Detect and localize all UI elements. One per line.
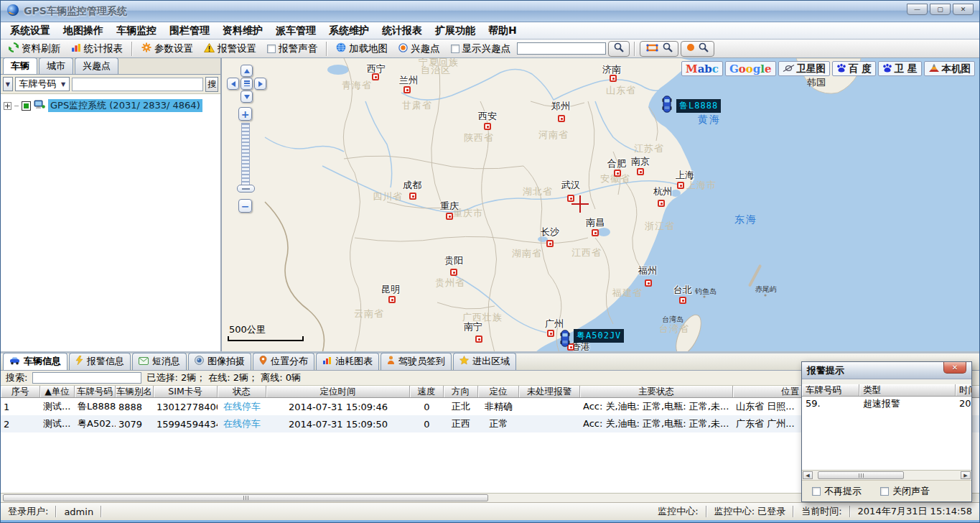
- bottom-tab-短消息[interactable]: 短消息: [132, 353, 187, 370]
- provider-baidu-button[interactable]: 百 度: [832, 61, 876, 76]
- search-button[interactable]: [608, 41, 630, 57]
- pan-center-button[interactable]: [241, 78, 253, 90]
- column-header-▲单位[interactable]: ▲单位: [40, 386, 75, 397]
- column-header-主要状态[interactable]: 主要状态: [580, 386, 733, 397]
- hscrollbar-thumb[interactable]: [3, 494, 488, 501]
- menu-item-3[interactable]: 围栏管理: [163, 23, 216, 39]
- tree-root-checkbox[interactable]: [22, 101, 31, 111]
- alarm-hscrollbar-thumb[interactable]: [818, 471, 904, 479]
- mute-toggle[interactable]: 关闭声音: [880, 485, 930, 498]
- minimize-button[interactable]: —: [907, 4, 928, 15]
- scroll-right-arrow[interactable]: ▶: [961, 471, 971, 479]
- bottom-tab-油耗图表[interactable]: 油耗图表: [316, 353, 379, 370]
- menu-item-4[interactable]: 资料维护: [216, 23, 269, 39]
- column-header-速度[interactable]: 速度: [410, 386, 444, 397]
- expand-icon[interactable]: [4, 102, 11, 110]
- left-tab-兴趣点[interactable]: 兴趣点: [75, 57, 118, 74]
- status-divider: [706, 506, 707, 517]
- no-prompt-checkbox[interactable]: [812, 487, 821, 496]
- tree-search-button[interactable]: 搜: [205, 77, 218, 92]
- left-tab-车辆[interactable]: 车辆: [3, 57, 37, 74]
- report-label: 统计报表: [84, 42, 123, 55]
- bottom-tab-图像拍摄[interactable]: 图像拍摄: [188, 353, 251, 370]
- rect-search-button[interactable]: [640, 41, 678, 57]
- pan-right-button[interactable]: [254, 78, 266, 90]
- bottom-tab-车辆信息[interactable]: 车辆信息: [3, 353, 67, 370]
- vehicle-marker-粤A502JV[interactable]: [560, 330, 570, 349]
- bottom-tab-报警信息[interactable]: 报警信息: [69, 353, 131, 370]
- map-city-marker: [679, 297, 686, 304]
- provider-satellite-map-button[interactable]: 卫星图: [778, 61, 831, 76]
- menu-item-5[interactable]: 派车管理: [269, 23, 322, 39]
- poi-button[interactable]: 兴趣点: [394, 42, 444, 56]
- column-header-方向[interactable]: 方向: [444, 386, 478, 397]
- menu-item-2[interactable]: 车辆监控: [110, 23, 163, 39]
- bottom-tab-驾驶员签到[interactable]: 驾驶员签到: [381, 353, 452, 370]
- alarm-sound-checkbox[interactable]: [267, 45, 276, 53]
- pan-left-button[interactable]: [227, 78, 239, 90]
- filter-mini-dropdown[interactable]: ▼: [3, 77, 13, 91]
- maximize-button[interactable]: ▢: [930, 4, 951, 15]
- filter-field-dropdown[interactable]: 车牌号码 ▼: [15, 77, 70, 91]
- column-header-未处理报警[interactable]: 未处理报警: [519, 386, 580, 397]
- column-header-状态[interactable]: 状态: [218, 386, 266, 397]
- bottom-tab-进出区域[interactable]: 进出区域: [453, 353, 516, 370]
- column-header-SIM卡号[interactable]: SIM卡号: [154, 386, 218, 397]
- menu-item-7[interactable]: 统计报表: [375, 23, 429, 39]
- show-poi-checkbox[interactable]: [451, 45, 459, 53]
- map-panel[interactable]: 青海省甘肃省宁夏回族自治区山东省陕西省河南省江苏省安徽省湖北省四川省重庆市上海市…: [222, 58, 979, 351]
- cell: 2: [1, 419, 40, 430]
- close-button[interactable]: ✕: [953, 4, 974, 15]
- bottom-tab-label: 油耗图表: [335, 355, 373, 368]
- bottom-tab-位置分布[interactable]: 位置分布: [253, 353, 314, 370]
- map-scale-bar: [228, 336, 304, 341]
- provider-baidu-satellite-button[interactable]: 卫 星: [878, 61, 922, 76]
- show-poi-toggle[interactable]: 显示兴趣点: [447, 42, 515, 56]
- alarm-hscrollbar[interactable]: ◀ ▶: [802, 470, 971, 480]
- menu-item-0[interactable]: 系统设置: [4, 23, 57, 39]
- tree-root-node[interactable]: GPS监控系统 (2031/ 2833/ 4864): [4, 99, 218, 112]
- alarm-sound-toggle[interactable]: 报警声音: [263, 42, 322, 56]
- menu-item-8[interactable]: 扩展功能: [429, 23, 482, 39]
- pan-down-button[interactable]: [241, 91, 253, 103]
- vehicle-label-粤A502JV[interactable]: 粤A502JV: [574, 329, 624, 343]
- menu-item-6[interactable]: 系统维护: [322, 23, 375, 39]
- vehicle-label-鲁L8888[interactable]: 鲁L8888: [676, 99, 721, 113]
- column-header-车辆别名[interactable]: 车辆别名: [116, 386, 154, 397]
- vehicle-marker-鲁L8888[interactable]: [662, 96, 672, 115]
- load-map-button[interactable]: 加载地图: [332, 42, 392, 56]
- left-tab-城市[interactable]: 城市: [39, 57, 73, 74]
- cell: 2014-07-31 15:09:46: [266, 402, 410, 412]
- column-header-定位时间[interactable]: 定位时间: [266, 386, 410, 397]
- scroll-left-arrow[interactable]: ◀: [803, 471, 813, 479]
- provider-google-button[interactable]: Google: [725, 61, 776, 76]
- menu-item-9[interactable]: 帮助H: [482, 23, 523, 39]
- tree-search-input[interactable]: [72, 78, 203, 91]
- provider-local-map-button[interactable]: 本机图: [924, 61, 976, 76]
- alarm-row-1[interactable]: 59.超速报警20: [802, 397, 971, 410]
- alarm-column-header-类型[interactable]: 类型: [859, 384, 956, 396]
- poi-search-button[interactable]: [681, 41, 714, 57]
- zoom-slider-track[interactable]: [241, 123, 250, 186]
- provider-mapabc-button[interactable]: Mabc: [681, 61, 723, 76]
- column-header-车牌号码[interactable]: 车牌号码: [75, 386, 116, 397]
- zoom-slider-handle[interactable]: [237, 185, 255, 193]
- cell: 测试...: [40, 400, 75, 413]
- alarm-column-header-车牌号码[interactable]: 车牌号码: [802, 384, 859, 396]
- alarm-settings-button[interactable]: 报警设置: [200, 42, 261, 56]
- alarm-popup-close-button[interactable]: ✕: [943, 362, 966, 374]
- params-button[interactable]: 参数设置: [137, 42, 197, 56]
- bottom-search-input[interactable]: [32, 372, 141, 384]
- column-header-序号[interactable]: 序号: [1, 386, 40, 397]
- refresh-button[interactable]: 资料刷新: [4, 42, 65, 56]
- no-prompt-toggle[interactable]: 不再提示: [812, 485, 862, 498]
- pan-up-button[interactable]: [241, 65, 253, 77]
- zoom-out-button[interactable]: −: [238, 199, 252, 213]
- menu-item-1[interactable]: 地图操作: [57, 23, 110, 39]
- column-header-定位[interactable]: 定位: [478, 386, 519, 397]
- toolbar-search-input[interactable]: [517, 42, 606, 55]
- report-button[interactable]: 统计报表: [67, 42, 127, 56]
- mute-checkbox[interactable]: [880, 487, 889, 496]
- zoom-in-button[interactable]: +: [238, 107, 252, 121]
- alarm-column-header-时间[interactable]: 时间: [956, 384, 971, 396]
